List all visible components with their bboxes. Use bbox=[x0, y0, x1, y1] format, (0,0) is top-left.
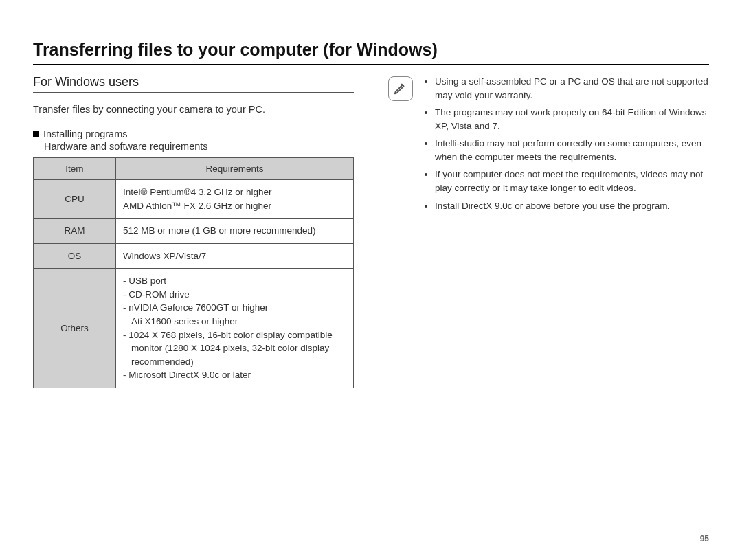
note-item: Using a self-assembled PC or a PC and OS… bbox=[435, 75, 709, 102]
table-cell-requirements: 512 MB or more (1 GB or more recommended… bbox=[116, 219, 354, 244]
table-cell-item: Others bbox=[34, 269, 116, 388]
note-box: Using a self-assembled PC or a PC and OS… bbox=[388, 75, 709, 216]
document-page: Transferring files to your computer (for… bbox=[0, 0, 742, 560]
requirement-line: 512 MB or more (1 GB or more recommended… bbox=[123, 224, 346, 238]
requirement-line: Intel® Pentium®4 3.2 GHz or higher bbox=[123, 186, 346, 199]
table-header-req: Requirements bbox=[116, 158, 354, 180]
section-sub-text: Hardware and software requirements bbox=[44, 141, 354, 152]
requirement-line: - nVIDIA Geforce 7600GT or higher bbox=[123, 301, 346, 315]
requirement-line: - 1024 X 768 pixels, 16-bit color displa… bbox=[123, 328, 346, 342]
square-bullet-icon bbox=[33, 131, 39, 137]
note-icon bbox=[388, 76, 413, 101]
requirement-line: Ati X1600 series or higher bbox=[123, 315, 346, 328]
table-cell-item: RAM bbox=[34, 219, 116, 244]
table-row: OSWindows XP/Vista/7 bbox=[34, 243, 354, 269]
table-row: CPUIntel® Pentium®4 3.2 GHz or higherAMD… bbox=[34, 180, 354, 219]
table-cell-requirements: Intel® Pentium®4 3.2 GHz or higherAMD At… bbox=[116, 180, 354, 219]
requirement-line: AMD Athlon™ FX 2.6 GHz or higher bbox=[123, 199, 346, 213]
note-item: Install DirectX 9.0c or above before you… bbox=[435, 199, 709, 213]
table-header-item: Item bbox=[34, 158, 116, 180]
requirements-table: Item Requirements CPUIntel® Pentium®4 3.… bbox=[33, 157, 354, 388]
requirement-line: recommended) bbox=[123, 355, 346, 369]
requirement-line: - Microsoft DirectX 9.0c or later bbox=[123, 368, 346, 382]
content-columns: For Windows users Transfer files by conn… bbox=[33, 75, 709, 388]
table-cell-requirements: Windows XP/Vista/7 bbox=[116, 243, 354, 269]
intro-text: Transfer files by connecting your camera… bbox=[33, 104, 354, 115]
requirement-line: - CD-ROM drive bbox=[123, 288, 346, 302]
requirement-line: - USB port bbox=[123, 274, 346, 288]
table-row: RAM512 MB or more (1 GB or more recommen… bbox=[34, 219, 354, 244]
section-heading-text: Installing programs bbox=[43, 128, 128, 139]
requirement-line: monitor (1280 X 1024 pixels, 32-bit colo… bbox=[123, 341, 346, 355]
table-row: Others- USB port- CD-ROM drive- nVIDIA G… bbox=[34, 269, 354, 388]
right-column: Using a self-assembled PC or a PC and OS… bbox=[388, 75, 709, 388]
table-cell-item: OS bbox=[34, 243, 116, 269]
note-item: Intelli-studio may not perform correctly… bbox=[435, 137, 709, 164]
table-cell-item: CPU bbox=[34, 180, 116, 219]
note-item: If your computer does not meet the requi… bbox=[435, 168, 709, 194]
note-item: The programs may not work properly on 64… bbox=[435, 106, 709, 133]
section-heading: Installing programs bbox=[33, 128, 354, 139]
page-title: Transferring files to your computer (for… bbox=[33, 40, 709, 65]
page-number: 95 bbox=[700, 534, 709, 544]
section-subhead: For Windows users bbox=[33, 75, 354, 93]
table-cell-requirements: - USB port- CD-ROM drive- nVIDIA Geforce… bbox=[116, 269, 354, 388]
table-header-row: Item Requirements bbox=[34, 158, 354, 180]
requirement-line: Windows XP/Vista/7 bbox=[123, 249, 346, 263]
notes-list: Using a self-assembled PC or a PC and OS… bbox=[423, 75, 709, 216]
left-column: For Windows users Transfer files by conn… bbox=[33, 75, 354, 388]
